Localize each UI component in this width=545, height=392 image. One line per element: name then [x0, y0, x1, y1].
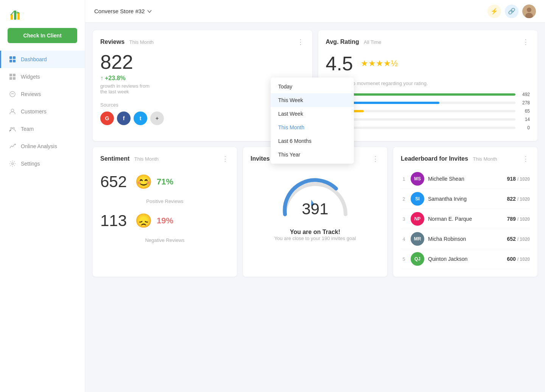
- leaderboard-row: 3 NP Norman E. Parque 789 / 1020: [401, 209, 530, 229]
- reviews-count: 822: [100, 52, 305, 72]
- lb-score-5: 600 / 1020: [507, 256, 530, 262]
- rating-value: 4.5: [326, 52, 353, 75]
- rating-menu-icon[interactable]: ⋮: [522, 38, 530, 46]
- dropdown-item-this-week[interactable]: This Week: [271, 93, 354, 107]
- link-button[interactable]: 🔗: [505, 5, 519, 18]
- positive-count: 652: [100, 173, 131, 191]
- lb-total-4: / 1020: [517, 237, 530, 242]
- user-avatar[interactable]: [522, 5, 536, 18]
- sidebar-item-label-dashboard: Dashboard: [21, 56, 47, 62]
- lb-score-1: 918 / 1020: [507, 176, 530, 182]
- sidebar-nav: Dashboard Widgets Reviews Customers: [0, 51, 85, 172]
- sidebar: Check In Client Dashboard Widgets Review…: [0, 0, 85, 392]
- checkin-button[interactable]: Check In Client: [8, 28, 77, 43]
- twitter-source-btn[interactable]: t: [134, 112, 147, 125]
- leaderboard-card-header: Leaderboard for Invites This Month ⋮: [401, 155, 530, 163]
- sidebar-item-label-online-analysis: Online Analysis: [21, 143, 57, 149]
- svg-marker-3: [17, 11, 20, 13]
- negative-sentiment-row: 113 😞 19%: [100, 212, 229, 230]
- svg-rect-9: [13, 74, 16, 76]
- dropdown-item-last-week[interactable]: Last Week: [271, 107, 354, 121]
- sidebar-item-reviews[interactable]: Reviews: [0, 85, 85, 103]
- svg-point-21: [527, 8, 531, 12]
- invites-goal-card: Invites Goal ⋮ 391 You are on Trac: [243, 147, 387, 277]
- sentiment-card: Sentiment This Month ⋮ 652 😊 71% Positiv…: [93, 147, 237, 277]
- sidebar-item-team[interactable]: Team: [0, 120, 85, 138]
- star-rating: ★★★★½: [361, 59, 398, 68]
- leaderboard-card: Leaderboard for Invites This Month ⋮ 1 M…: [393, 147, 537, 277]
- svg-rect-8: [9, 74, 12, 76]
- dropdown-item-today[interactable]: Today: [271, 80, 354, 93]
- sidebar-item-online-analysis[interactable]: Online Analysis: [0, 138, 85, 155]
- invites-status: You are on Track!: [290, 229, 340, 236]
- reviews-card-header: Reviews This Month ⋮: [100, 38, 305, 46]
- bolt-button[interactable]: ⚡: [487, 5, 501, 18]
- lb-avatar-4: MR: [411, 232, 424, 246]
- header: Converse Store #32 ⚡ 🔗: [85, 0, 545, 23]
- bar-count-1: 0: [519, 125, 530, 130]
- rating-display: 4.5 ★★★★½: [326, 52, 530, 75]
- sidebar-item-widgets[interactable]: Widgets: [0, 68, 85, 85]
- header-actions: ⚡ 🔗: [487, 5, 536, 18]
- dropdown-item-this-month[interactable]: This Month: [271, 121, 354, 134]
- rating-change-label: No movmenet regarding your rating.: [349, 81, 428, 86]
- sidebar-item-label-reviews: Reviews: [21, 91, 41, 97]
- google-source-btn[interactable]: G: [100, 112, 114, 125]
- svg-point-19: [12, 163, 14, 165]
- reviews-menu-icon[interactable]: ⋮: [297, 38, 305, 46]
- dropdown-item-this-year[interactable]: This Year: [271, 148, 354, 161]
- dropdown-item-last-6-months[interactable]: Last 6 Months: [271, 134, 354, 148]
- lb-rank-4: 4: [401, 236, 407, 242]
- add-source-btn[interactable]: +: [150, 112, 164, 125]
- bottom-row: Sentiment This Month ⋮ 652 😊 71% Positiv…: [93, 147, 537, 277]
- leaderboard-row: 1 MS Michelle Shean 918 / 1020: [401, 169, 530, 189]
- bar-count-5: 492: [519, 92, 530, 97]
- growth-arrow-icon: ↑: [100, 75, 103, 82]
- leaderboard-title-area: Leaderboard for Invites This Month: [401, 155, 497, 162]
- svg-point-16: [11, 127, 12, 129]
- svg-rect-10: [9, 77, 12, 80]
- svg-point-13: [11, 93, 12, 94]
- sentiment-title-area: Sentiment This Month: [100, 155, 159, 162]
- gauge-container: 391: [277, 173, 353, 222]
- store-selector[interactable]: Converse Store #32: [94, 8, 152, 14]
- svg-point-18: [14, 144, 16, 145]
- lb-total-2: / 1020: [517, 197, 530, 202]
- positive-pct: 71%: [157, 177, 173, 187]
- lb-avatar-3: NP: [411, 212, 424, 226]
- store-name: Converse Store #32: [94, 8, 145, 14]
- leaderboard-menu-icon[interactable]: ⋮: [522, 155, 530, 163]
- facebook-source-btn[interactable]: f: [117, 112, 131, 125]
- svg-rect-6: [9, 60, 12, 62]
- content-area: Reviews This Month ⋮ 822 ↑ +23.8% growth…: [85, 23, 545, 392]
- rating-bar-1: ★ 1 0: [326, 125, 530, 130]
- customers-icon: [9, 108, 16, 115]
- negative-label: Negative Reviews: [100, 237, 229, 243]
- rating-card-title-area: Avg. Rating All Time: [326, 39, 382, 45]
- sentiment-menu-icon[interactable]: ⋮: [222, 155, 229, 163]
- rating-bar-2: ★ 2 14: [326, 117, 530, 122]
- lb-name-5: Quinton Jackson: [428, 256, 503, 262]
- positive-label: Positive Reviews: [100, 198, 229, 204]
- growth-value: +23.8%: [105, 75, 126, 82]
- sidebar-item-label-widgets: Widgets: [21, 74, 40, 80]
- invites-count: 391: [302, 200, 328, 218]
- lb-score-4: 652 / 1020: [507, 236, 530, 242]
- sidebar-item-customers[interactable]: Customers: [0, 103, 85, 120]
- leaderboard-subtitle: This Month: [473, 156, 497, 162]
- avg-rating-title: Avg. Rating: [326, 39, 359, 45]
- sidebar-item-settings[interactable]: Settings: [0, 155, 85, 172]
- rating-bar-4: ★ 4 278: [326, 100, 530, 105]
- sidebar-item-dashboard[interactable]: Dashboard: [0, 51, 85, 68]
- lb-score-3: 789 / 1020: [507, 216, 530, 222]
- team-icon: [9, 125, 16, 133]
- lb-avatar-2: SI: [411, 192, 424, 206]
- logo-area: [0, 0, 85, 28]
- invites-menu-icon[interactable]: ⋮: [372, 155, 380, 163]
- lb-score-2: 822 / 1020: [507, 196, 530, 202]
- invites-sub-label: You are close to your 190 invites goal: [274, 236, 356, 241]
- lb-name-1: Michelle Shean: [428, 176, 503, 182]
- svg-rect-2: [17, 12, 20, 20]
- svg-point-15: [11, 109, 14, 112]
- lb-total-3: / 1020: [517, 217, 530, 222]
